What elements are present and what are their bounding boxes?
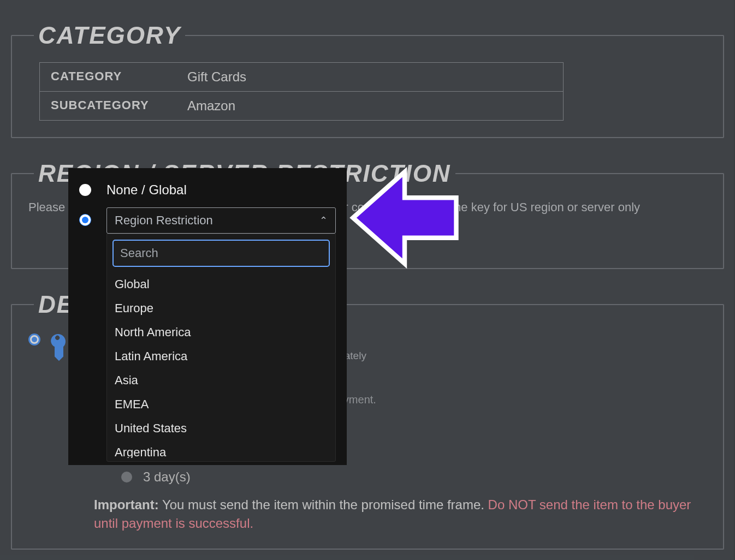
region-option-item[interactable]: Asia xyxy=(112,368,328,392)
category-section: Category CATEGORY Gift Cards SUBCATEGORY… xyxy=(11,22,724,138)
delivery-option-label: 3 day(s) xyxy=(143,469,191,485)
subcategory-row: SUBCATEGORY Amazon xyxy=(40,92,563,120)
region-option-item[interactable]: Argentina xyxy=(112,440,328,458)
region-option-item[interactable]: United States xyxy=(112,416,328,440)
radio-selected-icon[interactable] xyxy=(28,333,40,345)
region-option-item[interactable]: Global xyxy=(112,272,328,296)
radio-unselected-icon[interactable] xyxy=(79,184,91,196)
svg-marker-0 xyxy=(353,172,457,264)
important-text: You must send the item within the promis… xyxy=(162,497,488,512)
radio-unselected-icon[interactable] xyxy=(121,472,132,482)
delivery-option-3day[interactable]: 3 day(s) xyxy=(121,469,707,485)
region-option-item[interactable]: EMEA xyxy=(112,392,328,416)
region-option-item[interactable]: Europe xyxy=(112,296,328,320)
annotation-arrow-icon xyxy=(347,166,462,270)
delivery-important-note: Important: You must send the item within… xyxy=(94,496,707,532)
subcategory-row-label: SUBCATEGORY xyxy=(40,92,176,120)
region-combobox-placeholder: Region Restriction xyxy=(115,213,213,228)
region-combobox-head[interactable]: Region Restriction ⌃ xyxy=(106,207,336,234)
region-option-item[interactable]: Latin America xyxy=(112,344,328,368)
region-search-input[interactable] xyxy=(112,240,330,267)
category-row-label: CATEGORY xyxy=(40,63,176,91)
category-legend: Category xyxy=(34,22,185,49)
category-row-value: Gift Cards xyxy=(176,63,563,91)
region-option-none[interactable]: None / Global xyxy=(79,182,336,198)
region-option-restriction[interactable]: Region Restriction ⌃ Global Europe North… xyxy=(79,207,336,462)
subcategory-row-value: Amazon xyxy=(176,92,563,120)
region-option-none-label: None / Global xyxy=(106,182,187,198)
important-bold: Important: xyxy=(94,497,159,512)
category-row: CATEGORY Gift Cards xyxy=(40,63,563,92)
region-popup: None / Global Region Restriction ⌃ Globa… xyxy=(68,168,347,465)
category-table: CATEGORY Gift Cards SUBCATEGORY Amazon xyxy=(39,62,564,121)
chevron-up-icon: ⌃ xyxy=(319,215,328,227)
region-option-list[interactable]: Global Europe North America Latin Americ… xyxy=(112,272,330,458)
region-option-item[interactable]: North America xyxy=(112,320,328,344)
region-combobox-panel: Global Europe North America Latin Americ… xyxy=(106,234,336,462)
radio-selected-icon[interactable] xyxy=(79,214,91,226)
region-combobox[interactable]: Region Restriction ⌃ Global Europe North… xyxy=(106,207,336,462)
